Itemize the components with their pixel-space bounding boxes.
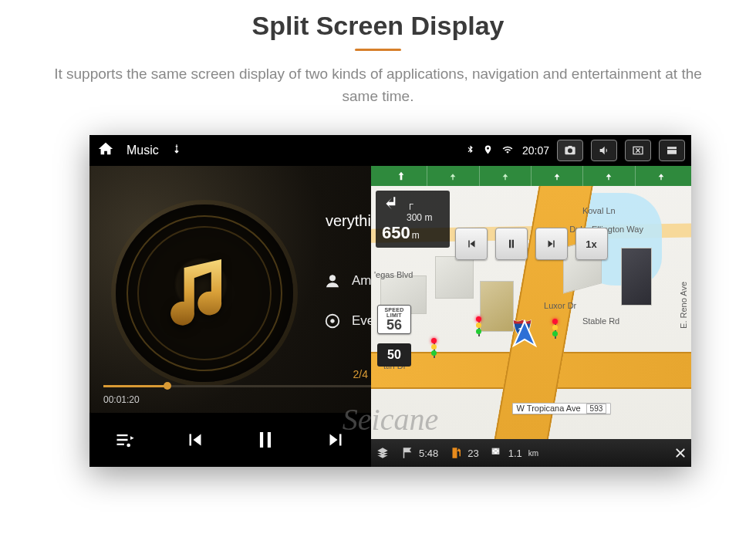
street-label: 'egas Blvd <box>374 270 413 279</box>
splitscreen-button[interactable] <box>659 140 685 161</box>
usb-icon <box>171 141 182 160</box>
location-icon <box>483 144 493 158</box>
bluetooth-icon <box>465 144 475 158</box>
device-screenshot: Music 20:07 verythin <box>89 135 691 467</box>
album-row[interactable]: Ever <box>324 313 371 329</box>
track-counter: 2/4 <box>353 368 368 380</box>
svg-point-2 <box>331 319 335 323</box>
fuel-display: 23 <box>449 446 478 460</box>
sim-next-button[interactable] <box>535 228 568 260</box>
volume-button[interactable] <box>591 140 617 161</box>
fuel-icon <box>449 446 463 460</box>
pause-button[interactable] <box>245 420 285 460</box>
flag-icon <box>400 446 414 460</box>
sim-prev-button[interactable] <box>455 228 488 260</box>
time-current: 00:01:20 <box>103 394 140 405</box>
simulation-controls: 1x <box>455 228 608 260</box>
artist-name: Ame <box>352 273 371 289</box>
street-label: Luxor Dr <box>544 301 576 310</box>
map-layers-button[interactable] <box>376 446 390 460</box>
page-subtitle: It supports the same screen display of t… <box>39 63 717 107</box>
sim-speed-button[interactable]: 1x <box>575 228 608 260</box>
close-app-button[interactable] <box>625 140 651 161</box>
speed-limit-sign: SPEED LIMIT 56 <box>377 305 411 334</box>
screenshot-button[interactable] <box>557 140 583 161</box>
destination-flag-icon <box>490 446 504 460</box>
nav-bottom-bar: 5:48 23 1.1km <box>371 439 691 467</box>
lane-guidance-banner <box>371 166 691 186</box>
previous-button[interactable] <box>175 420 215 460</box>
wifi-icon <box>501 144 515 157</box>
music-note-icon <box>162 251 247 336</box>
turn-left-icon <box>382 194 402 214</box>
page-title: Split Screen Display <box>0 11 756 41</box>
current-speed: 50 <box>377 343 411 367</box>
svg-point-0 <box>329 275 335 281</box>
statusbar-clock: 20:07 <box>522 144 549 157</box>
street-label: Stable Rd <box>582 316 619 326</box>
next-button[interactable] <box>316 420 356 460</box>
player-controls <box>89 413 371 467</box>
navigation-pane[interactable]: 15 S Las Vegas Blvd Koval Ln Duke Elling… <box>371 135 691 467</box>
artist-icon <box>324 272 341 289</box>
album-art <box>116 204 293 382</box>
eta-display: 5:48 <box>400 446 438 460</box>
nav-close-button[interactable] <box>674 447 687 459</box>
track-title: verythin <box>326 212 371 230</box>
close-icon <box>674 447 687 459</box>
statusbar-app-name: Music <box>127 144 159 157</box>
album-icon <box>324 313 341 329</box>
trip-distance-display: 1.1km <box>490 446 538 460</box>
artist-row[interactable]: Ame <box>324 272 371 289</box>
sim-pause-button[interactable] <box>495 228 528 260</box>
current-position-marker <box>509 319 540 350</box>
street-label: Koval Ln <box>582 206 616 215</box>
home-icon[interactable] <box>97 140 114 160</box>
progress-bar[interactable]: 00:01:20 <box>103 385 371 387</box>
next-turn-card[interactable]: ┌ 300 m 650m <box>376 191 450 248</box>
street-label: E. Reno Ave <box>679 282 688 329</box>
album-name: Ever <box>352 313 371 329</box>
music-pane: verythin Ame Ever 2/4 00:01:20 <box>89 135 371 467</box>
svg-marker-4 <box>514 321 535 346</box>
title-underline <box>355 49 401 51</box>
playlist-button[interactable] <box>105 420 145 460</box>
street-label: W Tropicana Ave 593 <box>512 403 612 414</box>
status-bar: Music 20:07 <box>89 135 691 166</box>
